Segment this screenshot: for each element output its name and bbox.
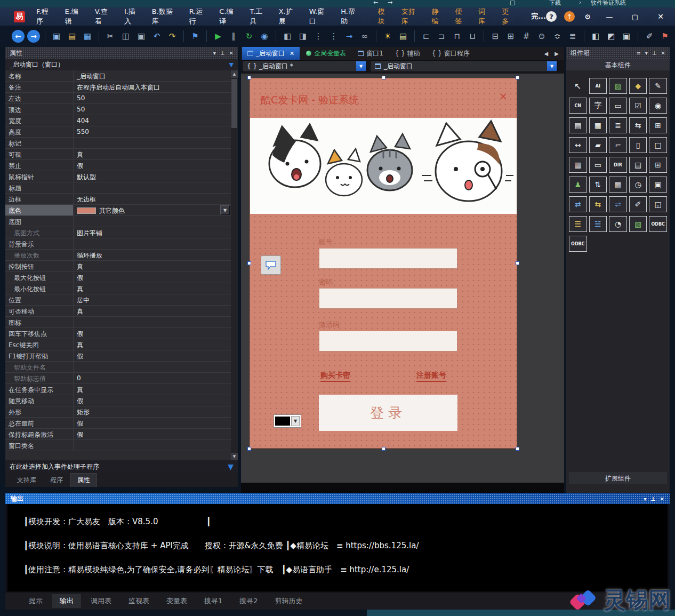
center-v-icon[interactable]: ≎ xyxy=(551,30,564,43)
property-row[interactable]: 底图 xyxy=(5,216,231,227)
property-row[interactable]: 回车下移焦点假 xyxy=(5,328,231,339)
compile-icon[interactable]: ◉ xyxy=(258,30,271,43)
center-h-icon[interactable]: ⊜ xyxy=(535,30,548,43)
menu-item[interactable]: E.编辑 xyxy=(60,7,90,26)
event-dropdown-icon[interactable]: ▼ xyxy=(228,462,234,471)
data-source-a-icon[interactable]: ⇄ xyxy=(569,196,587,212)
file-box-icon[interactable]: ▯ xyxy=(629,137,647,153)
menu-item[interactable]: T.工具 xyxy=(245,7,274,26)
tab-scroll-right-icon[interactable]: ▶ xyxy=(555,51,559,57)
property-row[interactable]: 顶边50 xyxy=(5,104,231,115)
open-icon[interactable]: ▤ xyxy=(66,30,78,43)
more-a-icon[interactable]: ⋮ xyxy=(312,30,325,43)
menu-item[interactable]: H.帮助 xyxy=(336,7,367,26)
property-value[interactable]: 假 xyxy=(74,418,231,428)
run-icon[interactable]: ▶ xyxy=(212,30,224,43)
property-row[interactable]: 宽度404 xyxy=(5,115,231,126)
flags-icon[interactable]: ⚑ xyxy=(658,30,671,43)
property-value[interactable] xyxy=(74,362,231,372)
list-box-icon[interactable]: ▤ xyxy=(569,117,587,133)
plugin-menu-item[interactable]: 更多 xyxy=(497,7,520,26)
property-row[interactable]: 帮助文件名 xyxy=(5,362,231,373)
restart-icon[interactable]: ↻ xyxy=(243,30,255,43)
update-icon[interactable]: ↑ xyxy=(564,11,575,22)
property-row[interactable]: 高度550 xyxy=(5,126,231,138)
property-row[interactable]: 禁止假 xyxy=(5,160,231,171)
progress-bar-icon[interactable]: ▰ xyxy=(589,137,607,153)
output-tab[interactable]: 提示 xyxy=(21,594,50,608)
back-icon[interactable]: ← xyxy=(373,0,378,6)
image-box-icon[interactable]: ▧ xyxy=(629,216,647,232)
dock-top-icon[interactable]: ◩ xyxy=(605,30,617,43)
distribute-icon[interactable]: ≣ xyxy=(566,30,579,43)
output-tab[interactable]: 输出 xyxy=(52,594,81,608)
property-value[interactable]: 假 xyxy=(74,350,231,361)
sorter-icon[interactable]: ⇅ xyxy=(589,177,607,193)
jump-icon[interactable]: → xyxy=(343,30,356,43)
notes-icon[interactable]: ▤ xyxy=(397,30,409,43)
editor-tab[interactable]: 窗口1 xyxy=(352,47,389,60)
cut-icon[interactable]: ✂ xyxy=(104,30,117,43)
clock-icon[interactable]: ◷ xyxy=(629,177,647,193)
property-value[interactable]: 50 xyxy=(74,104,231,115)
breadcrumb-downloads[interactable]: 下载 xyxy=(549,0,561,7)
new-window-icon[interactable]: ▣ xyxy=(50,30,63,43)
printer-icon[interactable]: ▣ xyxy=(649,177,667,193)
align-right-icon[interactable]: ⊐ xyxy=(435,30,448,43)
snapshot-icon[interactable]: ◧ xyxy=(281,30,294,43)
card-box-icon[interactable]: ▭ xyxy=(589,157,607,173)
label-icon[interactable]: AI xyxy=(589,78,607,94)
property-row[interactable]: 图标 xyxy=(5,317,231,328)
property-value[interactable]: 假 xyxy=(74,272,231,283)
tree-view-icon[interactable]: ≣ xyxy=(609,117,627,133)
settings-icon[interactable]: ⚙ xyxy=(582,11,593,22)
property-value[interactable] xyxy=(74,238,231,249)
menu-item[interactable]: F.程序 xyxy=(31,7,60,26)
password-input[interactable] xyxy=(319,288,457,309)
db-timer-icon[interactable]: ◔ xyxy=(609,216,627,232)
property-row[interactable]: 底图方式图片平铺 xyxy=(5,227,231,238)
property-value[interactable]: 50 xyxy=(74,93,231,103)
dock-left-icon[interactable]: ◧ xyxy=(589,30,602,43)
menu-item[interactable]: I.插入 xyxy=(119,7,147,26)
member-combo[interactable]: _启动窗口 ▼ xyxy=(370,60,558,72)
property-row[interactable]: 可视真 xyxy=(5,149,231,160)
forward-icon[interactable]: → xyxy=(27,30,40,43)
event-handler-bar[interactable]: 在此处选择加入事件处理子程序 ▼ xyxy=(5,460,238,473)
activation-code-input[interactable] xyxy=(319,331,457,351)
dropdown-icon[interactable]: ▾ xyxy=(645,50,648,56)
object-selector[interactable]: _启动窗口（窗口） ▼ xyxy=(5,59,238,70)
align-left-icon[interactable]: ⊏ xyxy=(420,30,432,43)
property-row[interactable]: 帮助标志值0 xyxy=(5,373,231,384)
color-dropdown-icon[interactable]: ▼ xyxy=(291,416,300,426)
output-tab[interactable]: 搜寻2 xyxy=(232,594,265,608)
data-source-b-icon[interactable]: ⇆ xyxy=(589,196,607,212)
designed-form[interactable]: 酷C发卡网 - 验证系统 ✕ xyxy=(250,78,517,449)
property-value[interactable]: 无边框 xyxy=(74,194,231,204)
property-value[interactable]: 0 xyxy=(74,373,231,383)
same-width-icon[interactable]: ⊟ xyxy=(489,30,502,43)
combo-arrow-icon[interactable]: ▼ xyxy=(356,61,366,71)
grid-box-icon[interactable]: ⊞ xyxy=(649,117,667,133)
picture-icon[interactable]: ▨ xyxy=(609,78,627,94)
link-icon[interactable]: ∞ xyxy=(358,30,371,43)
property-row[interactable]: 背景音乐 xyxy=(5,238,231,250)
pen-icon[interactable]: ✐ xyxy=(643,30,656,43)
output-tab[interactable]: 搜寻1 xyxy=(197,594,230,608)
close-button[interactable]: ✕ xyxy=(652,10,670,23)
editor-tab[interactable]: { } 窗口程序 xyxy=(427,47,475,60)
radio-button-icon[interactable]: ◉ xyxy=(649,98,667,114)
property-value[interactable]: 真 xyxy=(74,384,231,395)
menu-item[interactable]: B.数据库 xyxy=(147,7,184,26)
property-value[interactable]: 真 xyxy=(74,149,231,159)
menu-item[interactable]: V.查看 xyxy=(90,7,119,26)
property-row[interactable]: 底色其它颜色▼ xyxy=(5,205,231,216)
screen-box-icon[interactable]: □ xyxy=(649,137,667,153)
db-view-icon[interactable]: ☱ xyxy=(589,216,607,232)
pause-icon[interactable]: ∥ xyxy=(227,30,240,43)
document-box-icon[interactable]: ▤ xyxy=(629,157,647,173)
back-icon[interactable]: ← xyxy=(12,30,25,43)
panel-tab[interactable]: 支持库 xyxy=(11,474,43,487)
window-icon[interactable]: ▢ xyxy=(510,0,515,6)
property-value[interactable]: _启动窗口 xyxy=(74,70,231,81)
